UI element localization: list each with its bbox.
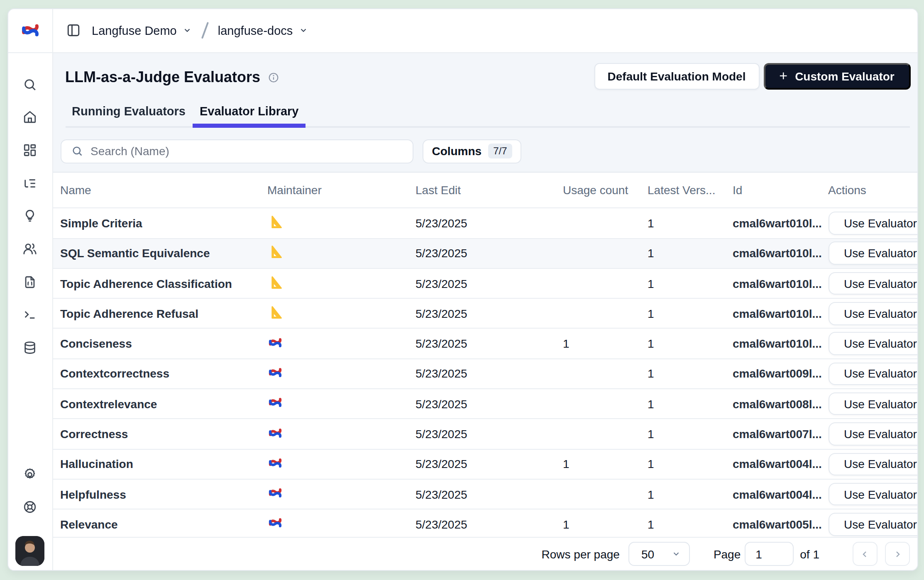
use-evaluator-button[interactable]: Use Evaluator — [828, 272, 917, 295]
table-row[interactable]: Hallucination 5/23/2025 1 1 cmal6wart004… — [53, 448, 917, 479]
settings-icon[interactable] — [23, 467, 37, 481]
search-icon[interactable] — [23, 77, 37, 91]
table-row[interactable]: Relevance 5/23/2025 1 1 cmal6wart005l...… — [53, 509, 917, 539]
use-evaluator-button[interactable]: Use Evaluator — [828, 483, 917, 506]
use-evaluator-button[interactable]: Use Evaluator — [828, 242, 917, 265]
ragas-icon — [267, 274, 416, 292]
prompts-icon[interactable] — [23, 275, 37, 289]
info-icon[interactable] — [268, 72, 279, 83]
evaluators-table: Name Maintainer Last Edit Usage count La… — [53, 172, 917, 570]
search-icon — [71, 145, 83, 157]
columns-button[interactable]: Columns 7/7 — [423, 139, 521, 163]
custom-evaluator-button[interactable]: +Custom Evaluator — [763, 63, 910, 90]
tab-evaluator-library[interactable]: Evaluator Library — [193, 97, 306, 126]
previous-page-button[interactable] — [852, 542, 878, 566]
rows-per-page-label: Rows per page — [542, 547, 620, 561]
use-evaluator-button[interactable]: Use Evaluator — [828, 332, 917, 355]
table-row[interactable]: Contextrelevance 5/23/2025 1 cmal6wart00… — [53, 388, 917, 419]
col-actions: Actions — [828, 184, 917, 197]
playground-icon[interactable] — [23, 308, 37, 322]
user-avatar[interactable] — [16, 536, 45, 565]
langfuse-icon — [267, 486, 416, 502]
sidebar — [8, 53, 53, 570]
default-evaluation-model-button[interactable]: Default Evaluation Model — [594, 63, 759, 90]
dashboard-icon[interactable] — [23, 143, 37, 157]
tab-running-evaluators[interactable]: Running Evaluators — [65, 97, 192, 126]
table-row[interactable]: Correctness 5/23/2025 1 cmal6wart007l...… — [53, 419, 917, 449]
users-icon[interactable] — [23, 242, 37, 256]
chevron-down-icon — [298, 26, 308, 35]
use-evaluator-button[interactable]: Use Evaluator — [828, 453, 917, 475]
page-label: Page — [714, 547, 741, 561]
table-header: Name Maintainer Last Edit Usage count La… — [53, 173, 917, 208]
col-latest-version[interactable]: Latest Vers... — [648, 184, 733, 197]
project-switcher[interactable]: langfuse-docs — [218, 24, 308, 37]
datasets-icon[interactable] — [23, 341, 37, 355]
table-row[interactable]: Topic Adherence Classification 5/23/2025… — [53, 268, 917, 298]
table-row[interactable]: Contextcorrectness 5/23/2025 1 cmal6wart… — [53, 358, 917, 389]
home-icon[interactable] — [23, 110, 37, 124]
chevron-down-icon — [183, 26, 192, 35]
table-row[interactable]: Topic Adherence Refusal 5/23/2025 1 cmal… — [53, 298, 917, 328]
langfuse-icon — [267, 456, 416, 472]
evals-icon[interactable] — [23, 209, 37, 223]
plus-icon: + — [779, 68, 787, 84]
tracing-icon[interactable] — [23, 176, 37, 190]
col-id[interactable]: Id — [733, 184, 828, 197]
page-title: LLM-as-a-Judge Evaluators — [65, 68, 279, 86]
ragas-icon — [267, 305, 416, 323]
use-evaluator-button[interactable]: Use Evaluator — [828, 212, 917, 234]
langfuse-icon — [267, 426, 416, 442]
app-window: Langfuse Demo langfuse-docs LLM-as-a-Jud… — [7, 8, 918, 571]
use-evaluator-button[interactable]: Use Evaluator — [828, 392, 917, 415]
tabs: Running Evaluators Evaluator Library — [65, 97, 909, 127]
project-name: langfuse-docs — [218, 24, 293, 37]
table-row[interactable]: SQL Semantic Equivalence 5/23/2025 1 cma… — [53, 238, 917, 268]
org-name: Langfuse Demo — [92, 24, 177, 37]
of-label: of 1 — [800, 547, 819, 561]
table-row[interactable]: Simple Criteria 5/23/2025 1 cmal6wart010… — [53, 208, 917, 238]
col-maintainer[interactable]: Maintainer — [267, 184, 416, 197]
use-evaluator-button[interactable]: Use Evaluator — [828, 513, 917, 536]
search-input[interactable]: Search (Name) — [61, 139, 413, 163]
use-evaluator-button[interactable]: Use Evaluator — [828, 302, 917, 325]
ragas-icon — [267, 214, 416, 232]
table-row[interactable]: Conciseness 5/23/2025 1 1 cmal6wart010l.… — [53, 328, 917, 358]
table-row[interactable]: Helpfulness 5/23/2025 1 cmal6wart004l...… — [53, 479, 917, 509]
use-evaluator-button[interactable]: Use Evaluator — [828, 362, 917, 385]
col-name[interactable]: Name — [60, 184, 267, 197]
chevron-down-icon — [672, 549, 681, 558]
use-evaluator-button[interactable]: Use Evaluator — [828, 423, 917, 446]
breadcrumb-separator — [201, 22, 208, 39]
langfuse-icon — [267, 336, 416, 351]
support-icon[interactable] — [23, 500, 37, 514]
col-usage-count[interactable]: Usage count — [563, 184, 648, 197]
rows-per-page-select[interactable]: 50 — [629, 542, 690, 566]
langfuse-icon — [267, 396, 416, 412]
langfuse-logo-icon — [22, 22, 39, 39]
next-page-button[interactable] — [885, 542, 910, 566]
langfuse-icon — [267, 366, 416, 382]
ragas-icon — [267, 244, 416, 262]
col-last-edit[interactable]: Last Edit — [416, 184, 563, 197]
topbar: Langfuse Demo langfuse-docs — [53, 9, 917, 53]
org-switcher[interactable]: Langfuse Demo — [92, 24, 192, 37]
pagination-footer: Rows per page 50 Page 1 of 1 — [53, 537, 917, 570]
langfuse-logo[interactable] — [8, 9, 53, 53]
langfuse-icon — [267, 517, 416, 532]
search-placeholder: Search (Name) — [90, 144, 169, 158]
columns-count-badge: 7/7 — [488, 144, 512, 158]
page-input[interactable]: 1 — [745, 542, 793, 566]
main-content: LLM-as-a-Judge Evaluators Default Evalua… — [53, 53, 917, 570]
sidebar-toggle-icon[interactable] — [66, 24, 80, 38]
